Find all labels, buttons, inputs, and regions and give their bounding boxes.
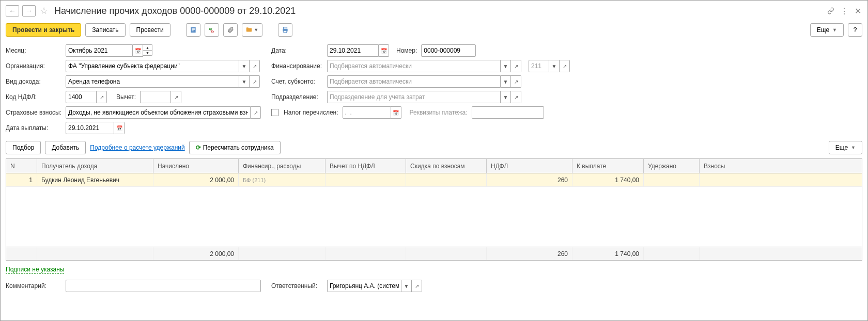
foot-to-pay: 1 740,00 xyxy=(572,247,644,260)
th-contributions[interactable]: Взносы xyxy=(700,159,802,173)
cell-ndfl: 260 xyxy=(487,173,572,186)
responsible-label: Ответственный: xyxy=(271,282,325,290)
dropdown-icon[interactable]: ▼ xyxy=(549,60,560,72)
org-input[interactable] xyxy=(68,62,237,70)
open-icon[interactable]: ↗ xyxy=(97,91,107,103)
tax-transferred-checkbox[interactable] xyxy=(271,109,278,116)
pay-date-input[interactable] xyxy=(68,124,112,132)
calendar-icon[interactable]: 📅 xyxy=(133,44,143,57)
table-row[interactable]: 1 Будкин Леонид Евгеньевич 2 000,00 БФ (… xyxy=(6,173,862,187)
dt-kt-icon[interactable]: ДтКт xyxy=(205,23,219,37)
open-icon[interactable]: ↗ xyxy=(250,75,260,88)
more-vertical-icon[interactable]: ⋮ xyxy=(840,6,849,15)
dropdown-icon[interactable]: ▼ xyxy=(401,280,412,292)
th-ins-discount[interactable]: Скидка по взносам xyxy=(406,159,487,173)
svg-rect-1 xyxy=(192,28,195,29)
open-icon[interactable]: ↗ xyxy=(511,75,521,88)
table-more-button[interactable]: Еще▼ xyxy=(829,141,862,154)
th-recipient[interactable]: Получатель дохода xyxy=(37,159,153,173)
signatures-link[interactable]: Подписи не указаны xyxy=(6,266,64,274)
nav-forward-button[interactable]: → xyxy=(22,5,36,17)
recalc-button[interactable]: ⟳ Пересчитать сотрудника xyxy=(189,141,281,154)
dropdown-icon[interactable]: ▼ xyxy=(501,91,511,103)
ndfl-code-input[interactable] xyxy=(68,93,94,101)
responsible-input[interactable] xyxy=(330,282,399,290)
month-input[interactable] xyxy=(68,47,130,54)
dropdown-icon[interactable]: ▼ xyxy=(239,75,250,88)
calendar-icon[interactable]: 📅 xyxy=(391,106,401,119)
dropdown-icon[interactable]: ▼ xyxy=(501,75,511,88)
month-up-button[interactable]: ▲ xyxy=(143,44,152,50)
extra-code-input[interactable] xyxy=(531,62,547,70)
dropdown-icon[interactable]: ▼ xyxy=(501,60,511,72)
calendar-icon[interactable]: 📅 xyxy=(379,44,389,57)
cell-accrued: 2 000,00 xyxy=(153,173,239,186)
open-icon[interactable]: ↗ xyxy=(511,91,521,103)
th-withheld[interactable]: Удержано xyxy=(644,159,700,173)
th-accrued[interactable]: Начислено xyxy=(153,159,239,173)
th-ndfl[interactable]: НДФЛ xyxy=(487,159,572,173)
post-and-close-button[interactable]: Провести и закрыть xyxy=(6,23,81,37)
refresh-icon: ⟳ xyxy=(196,144,201,151)
tax-date-input[interactable] xyxy=(345,109,389,116)
cell-ins-discount xyxy=(406,173,487,186)
window-title: Начисление прочих доходов 0000-000009 от… xyxy=(54,6,296,17)
comment-input[interactable] xyxy=(68,282,258,290)
link-icon[interactable] xyxy=(826,6,835,15)
svg-rect-8 xyxy=(284,30,287,33)
close-icon[interactable]: ✕ xyxy=(853,6,862,15)
deduct-input[interactable] xyxy=(143,93,168,101)
open-icon[interactable]: ↗ xyxy=(560,60,570,72)
open-icon[interactable]: ↗ xyxy=(511,60,521,72)
cell-withheld xyxy=(644,173,700,186)
income-type-input[interactable] xyxy=(68,78,237,85)
open-icon[interactable]: ↗ xyxy=(171,91,181,103)
th-to-pay[interactable]: К выплате xyxy=(572,159,644,173)
nav-back-button[interactable]: ← xyxy=(6,5,19,17)
print-icon[interactable] xyxy=(278,23,292,37)
month-label: Месяц: xyxy=(6,47,64,54)
date-label: Дата: xyxy=(271,47,325,54)
add-button[interactable]: Добавить xyxy=(45,141,86,154)
report-icon[interactable] xyxy=(186,23,200,37)
svg-text:Кт: Кт xyxy=(211,30,214,33)
pay-date-label: Дата выплаты: xyxy=(6,124,64,132)
cell-to-pay: 1 740,00 xyxy=(572,173,644,186)
details-link[interactable]: Подробнее о расчете удержаний xyxy=(90,144,184,151)
foot-ndfl: 260 xyxy=(487,247,572,260)
dropdown-icon[interactable]: ▼ xyxy=(239,60,250,72)
more-button[interactable]: Еще▼ xyxy=(810,23,844,37)
th-finance[interactable]: Финансир., расходы xyxy=(239,159,326,173)
income-type-label: Вид дохода: xyxy=(6,78,64,85)
cell-n: 1 xyxy=(6,173,37,186)
attachment-icon[interactable] xyxy=(223,23,238,37)
favorite-star-icon[interactable]: ☆ xyxy=(39,5,49,17)
division-input[interactable] xyxy=(330,93,498,101)
payment-details-input[interactable] xyxy=(474,109,541,116)
th-ndfl-deduct[interactable]: Вычет по НДФЛ xyxy=(326,159,406,173)
calendar-icon[interactable]: 📅 xyxy=(114,122,125,134)
open-icon[interactable]: ↗ xyxy=(250,60,260,72)
open-icon[interactable]: ↗ xyxy=(412,280,422,292)
select-button[interactable]: Подбор xyxy=(6,141,41,154)
account-label: Счет, субконто: xyxy=(271,78,325,85)
account-input[interactable] xyxy=(330,78,498,85)
insurance-label: Страховые взносы: xyxy=(6,109,64,116)
number-input[interactable] xyxy=(424,47,473,54)
month-down-button[interactable]: ▼ xyxy=(143,50,152,56)
insurance-input[interactable] xyxy=(68,109,248,116)
deduct-label: Вычет: xyxy=(116,93,136,101)
cell-ndfl-deduct xyxy=(326,173,406,186)
post-button[interactable]: Провести xyxy=(130,23,171,37)
finance-input[interactable] xyxy=(330,62,498,70)
date-input[interactable] xyxy=(330,47,376,54)
ndfl-code-label: Код НДФЛ: xyxy=(6,93,64,101)
help-button[interactable]: ? xyxy=(848,23,862,37)
comment-label: Комментарий: xyxy=(6,282,64,290)
cell-contributions xyxy=(700,173,802,186)
th-n[interactable]: N xyxy=(6,159,37,173)
save-button[interactable]: Записать xyxy=(85,23,125,37)
division-label: Подразделение: xyxy=(271,93,325,101)
open-icon[interactable]: ↗ xyxy=(251,106,261,119)
folder-icon[interactable]: ▼ xyxy=(242,23,262,37)
